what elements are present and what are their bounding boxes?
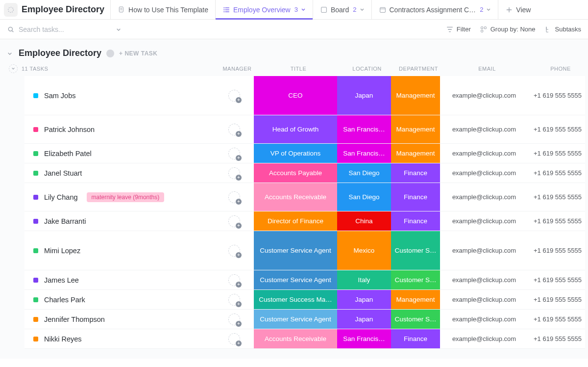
subtasks-button[interactable]: Subtasks <box>544 26 581 33</box>
assign-manager-icon[interactable] <box>228 215 240 227</box>
name-cell[interactable]: Elizabeth Patel <box>24 144 215 163</box>
table-row[interactable]: Janel StuartAccounts PayableSan DiegoFin… <box>24 163 585 183</box>
table-row[interactable]: Nikki ReyesAccounts ReceivableSan Franci… <box>24 329 585 349</box>
col-title[interactable]: TITLE <box>257 66 340 72</box>
title-chip[interactable]: Accounts Receivable <box>254 329 337 348</box>
group-by-button[interactable]: Group by: None <box>480 26 536 33</box>
name-cell[interactable]: Jake Barranti <box>24 211 215 231</box>
manager-cell[interactable] <box>215 329 254 348</box>
manager-cell[interactable] <box>215 211 254 231</box>
title-chip[interactable]: Customer Success Ma… <box>254 290 337 309</box>
title-chip[interactable]: VP of Operations <box>254 144 337 163</box>
phone-cell[interactable]: +1 619 555 5555 <box>528 231 587 270</box>
email-cell[interactable]: example@clickup.com <box>440 329 528 348</box>
location-chip[interactable]: Mexico <box>337 231 391 270</box>
department-chip[interactable]: Management <box>391 115 440 143</box>
department-chip[interactable]: Finance <box>391 183 440 211</box>
status-square[interactable] <box>33 195 38 200</box>
name-cell[interactable]: Nikki Reyes <box>24 329 215 348</box>
status-square[interactable] <box>33 278 38 283</box>
assign-manager-icon[interactable] <box>228 314 240 325</box>
status-square[interactable] <box>33 337 38 341</box>
assign-manager-icon[interactable] <box>228 124 240 135</box>
status-square[interactable] <box>33 219 38 224</box>
email-cell[interactable]: example@clickup.com <box>440 270 528 289</box>
table-row[interactable]: Sam JobsCEOJapanManagementexample@clicku… <box>24 76 585 115</box>
assign-manager-icon[interactable] <box>228 294 240 306</box>
title-chip[interactable]: CEO <box>254 76 337 115</box>
chevron-down-icon[interactable] <box>115 26 122 33</box>
tag-pill[interactable]: maternity leave (9months) <box>87 192 165 202</box>
department-chip[interactable]: Customer S… <box>391 231 440 270</box>
email-cell[interactable]: example@clickup.com <box>440 144 528 163</box>
name-cell[interactable]: Janel Stuart <box>24 163 215 183</box>
status-square[interactable] <box>33 151 38 156</box>
department-chip[interactable]: Customer S… <box>391 310 440 329</box>
status-square[interactable] <box>33 93 38 98</box>
new-task-button[interactable]: + NEW TASK <box>119 50 157 57</box>
phone-cell[interactable]: +1 619 555 5555 <box>528 76 587 115</box>
name-cell[interactable]: Lily Changmaternity leave (9months) <box>24 183 215 211</box>
table-row[interactable]: Jake BarrantiDirector of FinanceChinaFin… <box>24 211 585 231</box>
manager-cell[interactable] <box>215 183 254 211</box>
col-email[interactable]: EMAIL <box>443 66 531 72</box>
manager-cell[interactable] <box>215 115 254 143</box>
manager-cell[interactable] <box>215 76 254 115</box>
email-cell[interactable]: example@clickup.com <box>440 211 528 231</box>
name-cell[interactable]: James Lee <box>24 270 215 289</box>
collapse-icon[interactable] <box>6 50 14 57</box>
table-row[interactable]: Mimi LopezCustomer Service AgentMexicoCu… <box>24 231 585 270</box>
name-cell[interactable]: Sam Jobs <box>24 76 215 115</box>
manager-cell[interactable] <box>215 310 254 329</box>
department-chip[interactable]: Finance <box>391 211 440 231</box>
location-chip[interactable]: Italy <box>337 270 391 289</box>
department-chip[interactable]: Management <box>391 290 440 309</box>
email-cell[interactable]: example@clickup.com <box>440 290 528 309</box>
name-cell[interactable]: Charles Park <box>24 290 215 309</box>
status-square[interactable] <box>33 297 38 302</box>
phone-cell[interactable]: +1 619 555 5555 <box>528 163 587 183</box>
name-cell[interactable]: Patrick Johnson <box>24 115 215 143</box>
name-cell[interactable]: Jennifer Thompson <box>24 310 215 329</box>
table-row[interactable]: James LeeCustomer Service AgentItalyCust… <box>24 270 585 290</box>
table-row[interactable]: Patrick JohnsonHead of GrowthSan Francis… <box>24 115 585 144</box>
title-chip[interactable]: Accounts Payable <box>254 163 337 183</box>
location-chip[interactable]: San Diego <box>337 163 391 183</box>
email-cell[interactable]: example@clickup.com <box>440 310 528 329</box>
title-chip[interactable]: Head of Growth <box>254 115 337 143</box>
assign-manager-icon[interactable] <box>228 167 240 179</box>
department-chip[interactable]: Finance <box>391 163 440 183</box>
location-chip[interactable]: Japan <box>337 76 391 115</box>
table-row[interactable]: Charles ParkCustomer Success Ma…JapanMan… <box>24 290 585 310</box>
assign-manager-icon[interactable] <box>228 191 240 203</box>
col-department[interactable]: DEPARTMENT <box>394 66 443 72</box>
table-row[interactable]: Elizabeth PatelVP of OperationsSan Franc… <box>24 144 585 163</box>
email-cell[interactable]: example@clickup.com <box>440 76 528 115</box>
title-chip[interactable]: Customer Service Agent <box>254 310 337 329</box>
phone-cell[interactable]: +1 619 555 5555 <box>528 290 587 309</box>
tab-how-to-use[interactable]: How to Use This Template <box>110 0 215 19</box>
assign-manager-icon[interactable] <box>228 90 240 102</box>
department-chip[interactable]: Customer S… <box>391 270 440 289</box>
manager-cell[interactable] <box>215 163 254 183</box>
assign-manager-icon[interactable] <box>228 274 240 286</box>
phone-cell[interactable]: +1 619 555 5555 <box>528 329 587 348</box>
assign-manager-icon[interactable] <box>228 245 240 257</box>
location-chip[interactable]: Japan <box>337 310 391 329</box>
manager-cell[interactable] <box>215 144 254 163</box>
manager-cell[interactable] <box>215 290 254 309</box>
location-chip[interactable]: Japan <box>337 290 391 309</box>
info-icon[interactable] <box>106 50 114 57</box>
department-chip[interactable]: Finance <box>391 329 440 348</box>
phone-cell[interactable]: +1 619 555 5555 <box>528 270 587 289</box>
location-chip[interactable]: China <box>337 211 391 231</box>
title-chip[interactable]: Accounts Receivable <box>254 183 337 211</box>
department-chip[interactable]: Management <box>391 144 440 163</box>
location-chip[interactable]: San Francis… <box>337 144 391 163</box>
email-cell[interactable]: example@clickup.com <box>440 183 528 211</box>
search-input[interactable] <box>19 26 97 33</box>
col-manager[interactable]: MANAGER <box>218 66 257 72</box>
title-chip[interactable]: Director of Finance <box>254 211 337 231</box>
phone-cell[interactable]: +1 619 555 5555 <box>528 211 587 231</box>
manager-cell[interactable] <box>215 231 254 270</box>
